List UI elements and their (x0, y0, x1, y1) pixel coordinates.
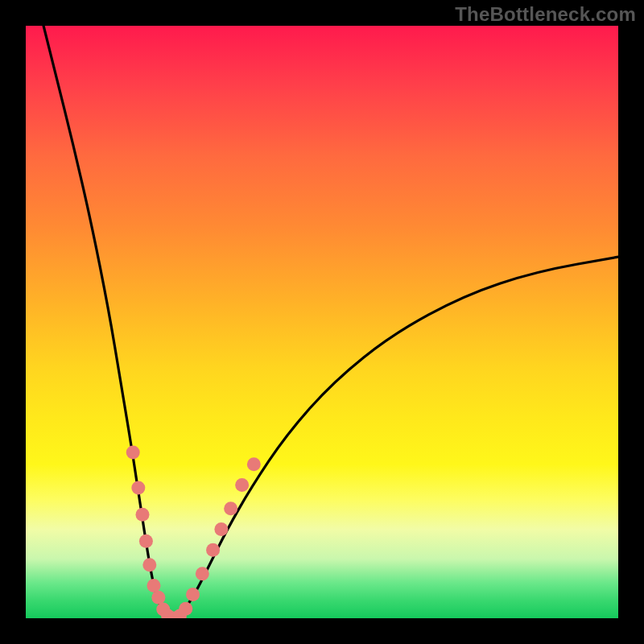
chart-frame: TheBottleneck.com (0, 0, 644, 644)
data-marker (151, 591, 165, 605)
chart-svg (26, 26, 618, 618)
data-marker (131, 481, 145, 495)
data-marker (196, 567, 209, 580)
data-marker (206, 543, 220, 557)
data-marker (186, 588, 200, 601)
data-marker (224, 502, 237, 515)
data-marker (247, 457, 261, 471)
data-marker (139, 535, 153, 548)
data-marker (135, 508, 149, 522)
data-marker (126, 445, 140, 459)
data-marker (142, 558, 156, 572)
data-marker (147, 579, 160, 592)
data-markers (126, 445, 261, 618)
watermark-text: TheBottleneck.com (455, 3, 636, 26)
right-curve (174, 257, 618, 618)
data-marker (179, 602, 192, 616)
left-curve (43, 26, 174, 618)
data-marker (214, 522, 228, 536)
plot-area (26, 26, 618, 618)
data-marker (235, 478, 249, 492)
